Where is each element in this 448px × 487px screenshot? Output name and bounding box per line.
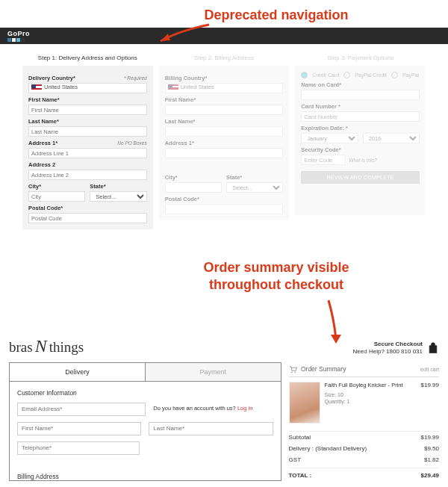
b-postal-label: Postal Code*: [165, 196, 284, 202]
bnt-checkout: brasNthings Secure Checkout Need Help? 1…: [0, 329, 448, 481]
order-summary-title: Order Summary: [301, 365, 346, 373]
billing-country-select[interactable]: United States: [165, 83, 284, 93]
step1-title: Step 1: Delivery Address and Options: [22, 52, 153, 66]
b-address1-label: Address 1*: [165, 140, 284, 146]
first-name-input[interactable]: [28, 105, 147, 115]
billing-address-title: Billing Address: [10, 468, 281, 480]
bnt-lastname-input[interactable]: [149, 422, 273, 435]
b-address1-input[interactable]: [165, 148, 284, 158]
tab-delivery[interactable]: Delivery: [10, 363, 146, 382]
b-first-name-input[interactable]: [165, 105, 284, 115]
b-city-label: City*: [165, 174, 222, 181]
paypal-credit-label: PayPal Credit: [355, 72, 387, 78]
delivery-label: Delivery : (Standard Delivery): [289, 445, 367, 452]
svg-point-3: [294, 372, 296, 373]
b-last-name-label: Last Name*: [165, 118, 284, 125]
b-postal-input[interactable]: [165, 204, 284, 214]
order-totals: Subtotal$19.99 Delivery : (Standard Deli…: [289, 432, 439, 481]
delivery-value: $9.50: [424, 445, 439, 452]
address2-label: Address 2: [28, 161, 147, 168]
security-code-label: Security Code*: [301, 146, 420, 153]
postal-label: Postal Code*: [28, 205, 147, 211]
subtotal-label: Subtotal: [289, 434, 311, 441]
customer-info-title: Customer Informaton: [17, 389, 273, 397]
state-select[interactable]: Select...: [90, 191, 146, 202]
email-input[interactable]: [17, 403, 146, 416]
credit-card-radio[interactable]: [301, 72, 308, 78]
svg-point-2: [291, 372, 293, 373]
step3-title: Step 3: Payment Options: [295, 52, 426, 66]
city-input[interactable]: [28, 191, 85, 202]
item-qty: Quantity: 1: [325, 398, 417, 406]
name-on-card-label: Name on Card*: [301, 81, 420, 88]
exp-year-select[interactable]: 2016: [363, 133, 420, 143]
address1-input[interactable]: [28, 148, 147, 158]
expiration-label: Expiration Date: *: [301, 125, 420, 131]
item-price: $19.99: [421, 382, 439, 424]
last-name-label: Last Name*: [28, 118, 147, 125]
card-number-input[interactable]: [301, 111, 420, 122]
step2-title: Step 2: Billing Address: [159, 52, 290, 66]
login-prompt: Do you have an account with us? Log in: [153, 403, 273, 412]
edit-cart-link[interactable]: edit cart: [420, 367, 439, 372]
delivery-country-select[interactable]: United States: [28, 83, 147, 93]
annotation-mid: Order summary visible throughout checkou…: [105, 244, 448, 302]
cart-item: Faith Full Boyleg Knicker - Print Size: …: [289, 377, 439, 432]
svg-marker-1: [331, 335, 341, 344]
gopro-step2-col: Step 2: Billing Address Billing Country*…: [159, 52, 290, 229]
gopro-checkout: Step 1: Delivery Address and Options Del…: [0, 44, 448, 244]
paypal-radio[interactable]: [391, 72, 398, 78]
b-state-select[interactable]: Select...: [226, 182, 283, 193]
b-last-name-input[interactable]: [165, 126, 284, 137]
paypal-label: PayPal: [402, 72, 419, 78]
svg-marker-0: [161, 34, 170, 41]
telephone-input[interactable]: [17, 441, 140, 455]
last-name-input[interactable]: [28, 126, 147, 137]
gst-value: $1.82: [424, 456, 439, 463]
bnt-form-panel: Delivery Payment Customer Informaton Do …: [9, 362, 281, 481]
us-flag-icon: [168, 84, 178, 91]
card-number-label: Card Number *: [301, 103, 420, 110]
postal-input[interactable]: [28, 213, 147, 223]
address1-label: Address 1*No PO Boxes: [28, 140, 147, 146]
state-label: State*: [90, 183, 146, 190]
total-label: TOTAL :: [289, 472, 312, 479]
gopro-step3-col: Step 3: Payment Options Credit Card PayP…: [295, 52, 426, 229]
bnt-body: Delivery Payment Customer Informaton Do …: [9, 362, 439, 481]
security-code-input[interactable]: [301, 155, 346, 165]
whats-this-link[interactable]: What is this?: [349, 158, 376, 163]
name-on-card-input[interactable]: [301, 90, 420, 100]
step1-panel: Delivery Country** Required United State…: [22, 66, 153, 229]
step3-panel: Credit Card PayPal Credit PayPal Name on…: [295, 66, 426, 215]
subtotal-value: $19.99: [421, 434, 439, 441]
address2-input[interactable]: [28, 170, 147, 180]
us-flag-icon: [31, 84, 42, 91]
order-summary-panel: Order Summary edit cart Faith Full Boyle…: [289, 362, 439, 481]
customer-info-section: Customer Informaton Do you have an accou…: [10, 382, 281, 468]
login-link[interactable]: Log in: [237, 405, 252, 412]
review-complete-button[interactable]: REVIEW AND COMPLETE: [301, 171, 420, 184]
delivery-country-label: Delivery Country** Required: [28, 75, 147, 81]
cart-icon: [289, 365, 297, 373]
order-summary-header: Order Summary edit cart: [289, 362, 439, 377]
item-size: Size: 10: [325, 391, 417, 399]
paypal-credit-radio[interactable]: [343, 72, 350, 78]
first-name-label: First Name*: [28, 96, 147, 103]
item-name: Faith Full Boyleg Knicker - Print: [325, 382, 417, 390]
tab-payment[interactable]: Payment: [146, 363, 281, 382]
b-state-label: State*: [226, 174, 283, 181]
b-first-name-label: First Name*: [165, 96, 284, 103]
credit-card-label: Credit Card: [312, 72, 339, 78]
gst-label: GST: [289, 456, 301, 463]
item-image: [289, 382, 320, 424]
total-value: $29.49: [421, 472, 439, 479]
bnt-firstname-input[interactable]: [17, 422, 141, 435]
gopro-step1-col: Step 1: Delivery Address and Options Del…: [22, 52, 153, 229]
step2-panel: Billing Country* United States First Nam…: [159, 66, 290, 220]
billing-country-label: Billing Country*: [165, 75, 284, 81]
exp-month-select[interactable]: January: [301, 133, 358, 143]
b-city-input[interactable]: [165, 182, 222, 193]
city-label: City*: [28, 183, 85, 190]
bnt-tabs: Delivery Payment: [10, 363, 281, 382]
